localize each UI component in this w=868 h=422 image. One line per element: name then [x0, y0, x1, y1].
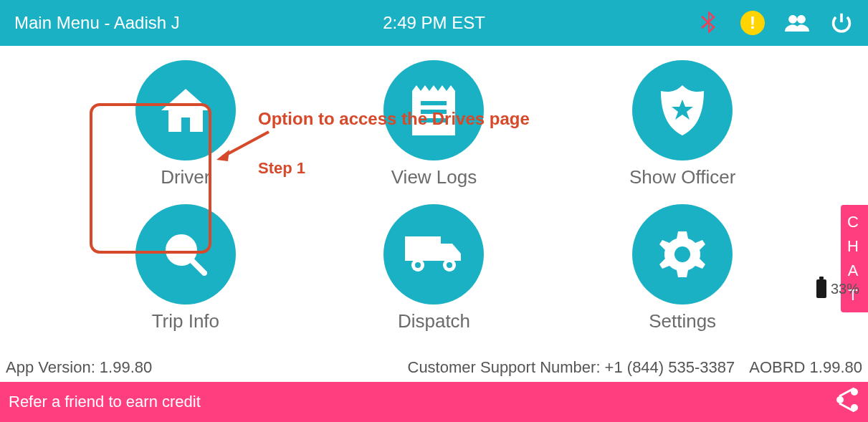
- main: Option to access the Drives page Step 1 …: [0, 46, 868, 377]
- home-icon: [135, 60, 236, 160]
- power-icon[interactable]: [829, 11, 854, 35]
- alert-icon[interactable]: !: [740, 11, 765, 35]
- aobrd-version: AOBRD 1.99.80: [749, 358, 862, 377]
- svg-point-0: [788, 15, 797, 24]
- svg-line-8: [191, 260, 204, 273]
- bluetooth-icon[interactable]: [696, 11, 720, 35]
- support-number: Customer Support Number: +1 (844) 535-33…: [408, 358, 735, 377]
- menu-label: Settings: [649, 310, 716, 332]
- app-version: App Version: 1.99.80: [6, 358, 152, 377]
- battery-indicator: 33%: [816, 279, 859, 298]
- gear-icon: [632, 204, 733, 304]
- topbar-icons: !: [696, 11, 854, 35]
- search-icon: [135, 204, 236, 304]
- svg-point-14: [674, 246, 690, 262]
- svg-rect-4: [421, 101, 447, 105]
- footer-refer[interactable]: Refer a friend to earn credit: [0, 382, 868, 422]
- people-icon[interactable]: [785, 11, 809, 35]
- menu-item-settings[interactable]: Settings: [558, 204, 807, 348]
- menu-label: View Logs: [391, 166, 477, 188]
- chat-letter: H: [847, 234, 862, 259]
- chat-letter: C: [847, 210, 862, 234]
- info-row: App Version: 1.99.80 Customer Support Nu…: [0, 358, 868, 377]
- menu-item-view-logs[interactable]: View Logs: [310, 60, 558, 204]
- annotation-step: Step 1: [258, 159, 305, 178]
- topbar: Main Menu - Aadish J 2:49 PM EST !: [0, 0, 868, 46]
- menu-item-show-officer[interactable]: Show Officer: [558, 60, 807, 204]
- truck-icon: [383, 204, 484, 304]
- menu-label: Trip Info: [152, 310, 219, 332]
- menu-label: Show Officer: [629, 166, 735, 188]
- battery-icon: [816, 279, 826, 298]
- menu-grid: Driver View Logs Show Office: [62, 46, 807, 377]
- svg-point-1: [797, 15, 806, 24]
- footer-text: Refer a friend to earn credit: [9, 393, 201, 411]
- annotation-title: Option to access the Drives page: [258, 109, 530, 129]
- svg-rect-9: [405, 236, 441, 261]
- share-icon[interactable]: [835, 388, 859, 416]
- menu-item-driver[interactable]: Driver: [62, 60, 310, 204]
- topbar-title: Main Menu - Aadish J: [14, 13, 180, 33]
- badge-icon: [632, 60, 733, 160]
- svg-point-16: [836, 396, 844, 403]
- menu-label: Driver: [161, 166, 210, 188]
- menu-item-dispatch[interactable]: Dispatch: [310, 204, 558, 348]
- menu-item-trip-info[interactable]: Trip Info: [62, 204, 310, 348]
- menu-label: Dispatch: [398, 310, 470, 332]
- battery-pct: 33%: [831, 281, 859, 297]
- svg-point-11: [415, 262, 421, 268]
- topbar-time: 2:49 PM EST: [383, 13, 485, 33]
- svg-point-13: [447, 262, 452, 268]
